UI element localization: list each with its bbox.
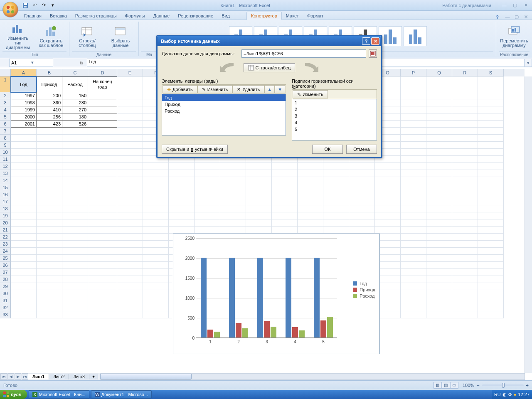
cell[interactable] [478,170,504,177]
cell[interactable] [117,113,143,121]
cell[interactable] [323,163,349,170]
vertical-scrollbar[interactable] [525,76,532,373]
cell[interactable] [117,135,143,142]
view-page-layout-icon[interactable]: ▤ [442,382,450,389]
col-header-R[interactable]: R [452,69,478,76]
cell[interactable] [452,191,478,198]
switch-row-column-button[interactable]: Строка/столбец [72,24,103,49]
cell[interactable] [298,177,323,184]
legend-item[interactable]: Приход [353,287,375,292]
cell[interactable] [117,177,143,184]
row-header-6[interactable]: 6 [0,121,11,128]
tab-chart-layout[interactable]: Макет [282,12,303,20]
cell[interactable] [478,121,504,128]
cell[interactable] [375,191,401,198]
cell[interactable] [401,290,426,297]
cell[interactable] [11,311,37,318]
cell[interactable] [375,212,401,219]
cell[interactable] [88,128,117,135]
row-header-20[interactable]: 20 [0,219,11,227]
zoom-out-icon[interactable]: − [477,383,479,388]
cell[interactable] [88,283,117,290]
cell[interactable] [401,156,426,163]
cell[interactable] [478,311,504,318]
formula-expand-icon[interactable]: ▾ [525,59,532,67]
cell[interactable] [88,113,117,121]
range-picker-icon[interactable] [369,49,377,58]
cell[interactable] [298,170,323,177]
cell[interactable] [478,113,504,121]
cell[interactable] [62,234,88,241]
cell[interactable] [117,290,143,297]
cell[interactable] [169,219,195,227]
cell[interactable] [88,297,117,304]
series-add-button[interactable]: ✚Добавить [163,85,197,94]
cell[interactable] [401,205,426,212]
cell[interactable] [195,184,220,191]
cell[interactable] [452,248,478,255]
cell[interactable] [272,177,298,184]
row-header-8[interactable]: 8 [0,135,11,142]
cell[interactable] [272,184,298,191]
dialog-close-icon[interactable]: ✕ [371,37,379,45]
cell[interactable] [143,276,169,283]
cell[interactable] [117,227,143,234]
cell[interactable] [62,297,88,304]
cell[interactable] [220,177,246,184]
cell[interactable] [426,113,452,121]
embedded-chart[interactable]: 0500100015002000250012345 ГодПриходРасхо… [173,234,380,354]
cell[interactable] [62,212,88,219]
row-header-12[interactable]: 12 [0,163,11,170]
taskbar-item-word[interactable]: W Документ1 - Microso... [91,390,152,399]
cell[interactable] [11,212,37,219]
cell[interactable] [298,198,323,205]
cell[interactable]: 1999 [11,106,37,113]
clock[interactable]: 12:27 [518,392,530,397]
col-header-C[interactable]: C [62,69,88,76]
cell[interactable] [375,227,401,234]
cell[interactable] [88,142,117,149]
cell[interactable] [62,184,88,191]
row-header-21[interactable]: 21 [0,227,11,234]
cell[interactable] [62,262,88,269]
cell[interactable] [11,262,37,269]
cell[interactable] [220,170,246,177]
change-chart-type-button[interactable]: Изменить тип диаграммы [2,21,33,51]
system-tray[interactable]: RU ◐ ⟳ ● 12:27 [492,390,532,399]
cell[interactable] [375,198,401,205]
cell[interactable] [401,191,426,198]
row-header-14[interactable]: 14 [0,177,11,184]
tab-data[interactable]: Данные [149,12,174,20]
cell[interactable]: 1997 [11,92,37,99]
cell[interactable] [37,290,62,297]
cell[interactable] [220,212,246,219]
cell[interactable] [169,227,195,234]
cell[interactable] [401,212,426,219]
row-header-23[interactable]: 23 [0,241,11,248]
cell[interactable] [62,198,88,205]
cell[interactable] [478,205,504,212]
cell[interactable] [37,142,62,149]
cell[interactable] [37,170,62,177]
cell[interactable] [62,163,88,170]
row-header-26[interactable]: 26 [0,262,11,269]
dialog-titlebar[interactable]: Выбор источника данных ? ✕ [158,36,381,46]
cell[interactable] [426,241,452,248]
cell[interactable] [37,219,62,227]
cell[interactable] [143,255,169,262]
cell[interactable] [62,219,88,227]
tab-review[interactable]: Рецензирование [174,12,217,20]
col-header-Q[interactable]: Q [426,69,452,76]
cell[interactable] [272,170,298,177]
cell[interactable] [478,262,504,269]
cell[interactable] [143,177,169,184]
row-header-29[interactable]: 29 [0,283,11,290]
category-item[interactable]: 2 [292,106,377,113]
cell[interactable] [478,255,504,262]
cell[interactable] [62,170,88,177]
cell[interactable]: 410 [37,106,62,113]
redo-icon[interactable]: ↷ [40,2,47,9]
cell[interactable] [298,205,323,212]
cell[interactable] [426,121,452,128]
cell[interactable]: 2000 [11,113,37,121]
